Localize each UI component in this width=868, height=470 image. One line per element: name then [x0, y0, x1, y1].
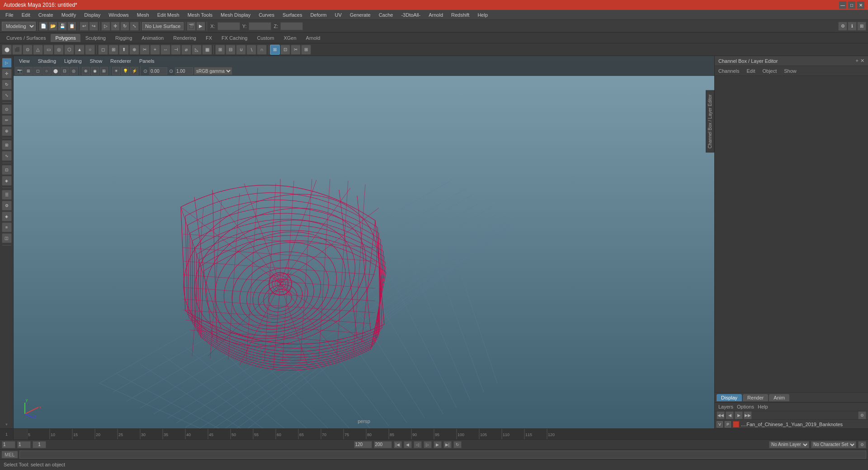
- move-tool-btn[interactable]: ✛: [2, 69, 12, 79]
- menu-windows[interactable]: Windows: [105, 11, 132, 19]
- tab-sculpting[interactable]: Sculpting: [81, 34, 110, 42]
- bt-tab-display[interactable]: Display: [717, 394, 742, 401]
- menu-3dtall[interactable]: -3DtoAll-: [397, 11, 424, 19]
- split-btn[interactable]: ✂: [140, 45, 150, 55]
- merge-btn[interactable]: ⊕: [129, 45, 139, 55]
- menu-curves[interactable]: Curves: [255, 11, 278, 19]
- layer-color-swatch[interactable]: [733, 421, 739, 428]
- select-all-btn[interactable]: ⊕: [82, 67, 90, 75]
- channel-box-expand[interactable]: +: [856, 58, 859, 64]
- tab-animation[interactable]: Animation: [137, 34, 168, 42]
- last-tool-btn[interactable]: ◈: [2, 176, 12, 186]
- layers-tab[interactable]: Layers: [718, 404, 733, 409]
- vp-menu-view[interactable]: View: [15, 57, 33, 65]
- prism-btn[interactable]: ⬡: [64, 45, 74, 55]
- new-scene-btn[interactable]: 📄: [39, 22, 48, 31]
- layout-btn[interactable]: ⊞: [857, 22, 866, 31]
- move-btn[interactable]: ✛: [111, 22, 120, 31]
- menu-mesh[interactable]: Mesh: [133, 11, 153, 19]
- bool-diff-btn[interactable]: ∖: [246, 45, 256, 55]
- current-frame-input[interactable]: [17, 441, 31, 448]
- lighting3-btn[interactable]: ⚡: [130, 67, 138, 75]
- extrude-btn[interactable]: ⬆: [119, 45, 129, 55]
- layer-visible[interactable]: V: [717, 421, 723, 428]
- tab-polygons[interactable]: Polygons: [51, 34, 80, 42]
- scale-tool-btn[interactable]: ⤡: [2, 90, 12, 100]
- gamma-input[interactable]: [175, 67, 193, 75]
- camera-btn[interactable]: 📷: [15, 67, 24, 75]
- render-settings-btn[interactable]: ⚙: [2, 201, 12, 211]
- attribute-editor-side-tab[interactable]: Channel Box / Layer Editor: [706, 90, 714, 153]
- uv-map-btn[interactable]: ⊡: [280, 45, 290, 55]
- mel-input[interactable]: [19, 451, 866, 459]
- flip-btn[interactable]: ↔: [160, 45, 170, 55]
- frame-start-input[interactable]: [2, 441, 15, 448]
- snap-grid-btn[interactable]: ⊞: [2, 140, 12, 150]
- menu-file[interactable]: File: [2, 11, 17, 19]
- play-back-btn[interactable]: ◁: [414, 441, 422, 448]
- offset-input[interactable]: [149, 67, 167, 75]
- skip-end-btn[interactable]: ▶|: [443, 441, 452, 448]
- bevel-btn[interactable]: ◻: [98, 45, 108, 55]
- tab-custom[interactable]: Custom: [253, 34, 279, 42]
- uv-unfold-btn[interactable]: ⊠: [270, 45, 280, 55]
- help-tab[interactable]: Help: [758, 404, 768, 409]
- sphere-btn[interactable]: ⬤: [2, 45, 12, 55]
- layer-editor-btn[interactable]: ☰: [2, 190, 12, 200]
- separate-btn[interactable]: ⊟: [226, 45, 236, 55]
- gamma-select[interactable]: sRGB gamma: [194, 67, 232, 75]
- lighting1-btn[interactable]: ☀: [112, 67, 120, 75]
- menu-generate[interactable]: Generate: [346, 11, 374, 19]
- loop-btn[interactable]: ↻: [453, 441, 462, 448]
- mel-label[interactable]: MEL: [2, 451, 18, 458]
- anim-end-input[interactable]: [354, 441, 372, 448]
- triangulate-btn[interactable]: ◺: [192, 45, 202, 55]
- outliner-btn[interactable]: ◫: [2, 233, 12, 243]
- lighting2-btn[interactable]: 💡: [121, 67, 129, 75]
- play-fwd-btn[interactable]: ▷: [424, 441, 432, 448]
- maximize-button[interactable]: □: [848, 1, 855, 9]
- pipe-btn[interactable]: ○: [85, 45, 95, 55]
- workspace-selector[interactable]: Modeling: [2, 22, 36, 31]
- display-settings-btn[interactable]: ◈: [2, 212, 12, 221]
- menu-edit-mesh[interactable]: Edit Mesh: [154, 11, 183, 19]
- scale-btn[interactable]: ⤡: [130, 22, 139, 31]
- cube-btn[interactable]: ⬛: [12, 45, 22, 55]
- menu-create[interactable]: Create: [35, 11, 57, 19]
- tab-rigging[interactable]: Rigging: [111, 34, 137, 42]
- insert-btn[interactable]: +: [150, 45, 160, 55]
- pyramid-btn[interactable]: ▲: [75, 45, 85, 55]
- menu-edit[interactable]: Edit: [18, 11, 34, 19]
- shaded-btn[interactable]: ⬤: [52, 67, 60, 75]
- bt-tab-anim[interactable]: Anim: [769, 394, 789, 401]
- vp-menu-lighting[interactable]: Lighting: [61, 57, 85, 65]
- layer-settings-btn[interactable]: ⚙: [858, 411, 866, 419]
- menu-cache[interactable]: Cache: [375, 11, 397, 19]
- layer-next-btn[interactable]: ▶: [735, 411, 743, 419]
- rotate-btn[interactable]: ↻: [120, 22, 129, 31]
- ipr-btn[interactable]: ▶: [196, 22, 205, 31]
- x-input[interactable]: [217, 22, 240, 30]
- vp-menu-shading[interactable]: Shading: [34, 57, 60, 65]
- texture-btn[interactable]: ⊡: [61, 67, 69, 75]
- info-btn[interactable]: ℹ: [848, 22, 857, 31]
- tab-fx[interactable]: FX: [201, 34, 217, 42]
- bridge-btn[interactable]: ⊞: [108, 45, 118, 55]
- plane-btn[interactable]: ▭: [43, 45, 53, 55]
- settings-btn[interactable]: ⚙: [838, 22, 847, 31]
- tab-arnold[interactable]: Arnold: [302, 34, 325, 42]
- menu-modify[interactable]: Modify: [58, 11, 80, 19]
- menu-mesh-tools[interactable]: Mesh Tools: [184, 11, 216, 19]
- menu-deform[interactable]: Deform: [307, 11, 330, 19]
- tab-xgen[interactable]: XGen: [279, 34, 301, 42]
- select-tool-btn[interactable]: ▷: [2, 58, 12, 68]
- timeline-ruler[interactable]: 5 10 15 20 25 30 35 40 45 50 55 60 65: [27, 429, 868, 439]
- rotate-tool-btn[interactable]: ↻: [2, 80, 12, 89]
- tab-curves-surfaces[interactable]: Curves / Surfaces: [2, 34, 50, 42]
- character-set-select[interactable]: No Character Set: [811, 441, 856, 448]
- menu-arnold[interactable]: Arnold: [425, 11, 447, 19]
- frame-btn[interactable]: ⊞: [100, 67, 108, 75]
- anim-speed-input[interactable]: [374, 441, 392, 448]
- skip-start-btn[interactable]: |◀: [394, 441, 402, 448]
- menu-uv[interactable]: UV: [331, 11, 345, 19]
